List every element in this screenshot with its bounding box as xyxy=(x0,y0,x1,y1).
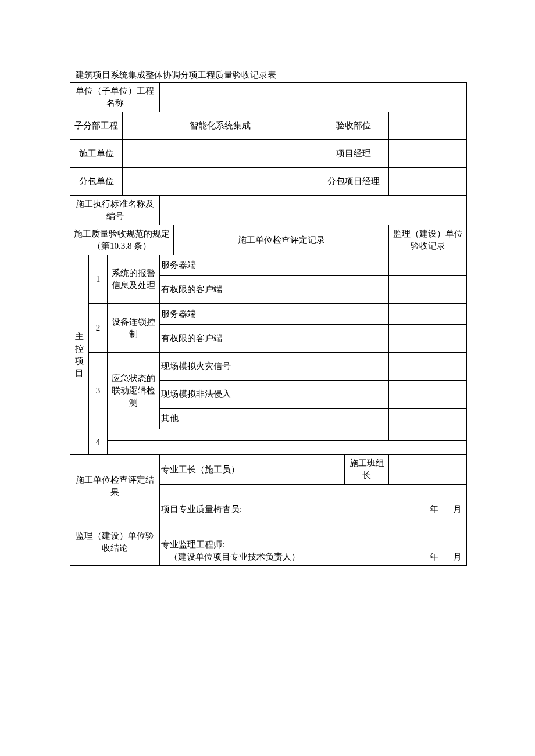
label-check-result: 施工单位检查评定结果 xyxy=(70,455,160,518)
row2-label: 设备连锁控制 xyxy=(108,304,160,353)
row1-a-accept xyxy=(389,255,467,276)
label-month-2: 月 xyxy=(441,551,462,563)
row3-b: 现场模拟非法侵入 xyxy=(160,381,241,409)
field-team-leader xyxy=(389,455,467,485)
field-subcontractor xyxy=(123,168,318,196)
row3-a: 现场模拟火灾信号 xyxy=(160,353,241,381)
row4-a xyxy=(108,429,241,441)
label-year-1: 年 xyxy=(418,503,438,515)
row2-b-accept xyxy=(389,325,467,353)
row1-b: 有权限的客户端 xyxy=(160,276,241,304)
document-title: 建筑项目系统集成整体协调分项工程质量验收记录表 xyxy=(70,70,465,81)
field-project-mgr xyxy=(389,140,467,168)
row1-a: 服务器端 xyxy=(160,255,241,276)
value-sub-division: 智能化系统集成 xyxy=(123,112,318,140)
label-supervisor-conclusion: 监理（建设）单位验收结论 xyxy=(70,518,160,566)
label-sub-project-mgr: 分包项目经理 xyxy=(318,168,389,196)
row3-num: 3 xyxy=(89,353,108,429)
row1-num: 1 xyxy=(89,255,108,304)
field-constructor xyxy=(123,140,318,168)
field-sub-project-mgr xyxy=(389,168,467,196)
label-year-2: 年 xyxy=(418,551,438,563)
label-supervisor-accept-record: 监理（建设）单位验收记录 xyxy=(389,225,467,255)
row4-num: 4 xyxy=(89,429,108,455)
label-constructor: 施工单位 xyxy=(70,140,123,168)
row1-a-check xyxy=(241,255,389,276)
quality-inspector-row: 项目专业质量椅杳员: 年 月 xyxy=(160,485,467,518)
row3-b-accept xyxy=(389,381,467,409)
row2-a-check xyxy=(241,304,389,325)
label-quality-inspector: 项目专业质量椅杳员: xyxy=(161,504,242,514)
row3-c: 其他 xyxy=(160,409,241,429)
label-subcontractor: 分包单位 xyxy=(70,168,123,196)
label-month-1: 月 xyxy=(441,503,462,515)
row1-b-accept xyxy=(389,276,467,304)
row3-a-accept xyxy=(389,353,467,381)
supervisor-sign-row: 专业监理工程师: （建设单位项目专业技术负责人） 年 月 xyxy=(160,518,467,566)
row3-label: 应急状态的联动逻辑检测 xyxy=(108,353,160,429)
label-sub-division: 子分部工程 xyxy=(70,112,123,140)
field-unit-name xyxy=(160,83,467,112)
label-project-mgr: 项目经理 xyxy=(318,140,389,168)
label-pro-supervisor: 专业监理工程师: xyxy=(161,539,465,551)
row4-a-check xyxy=(241,429,389,441)
row4-b xyxy=(108,441,467,455)
label-unit-name: 单位（子单位）工程名称 xyxy=(70,83,160,112)
row1-label: 系统的报警信息及处理 xyxy=(108,255,160,304)
row3-c-accept xyxy=(389,409,467,429)
row2-b: 有权限的客户端 xyxy=(160,325,241,353)
label-owner-tech-lead: （建设单位项目专业技术负责人） xyxy=(161,552,300,561)
acceptance-form-table: 单位（子单位）工程名称 子分部工程 智能化系统集成 验收部位 施工单位 项目经理… xyxy=(70,82,467,566)
row1-b-check xyxy=(241,276,389,304)
field-exec-std xyxy=(160,196,467,225)
row2-b-check xyxy=(241,325,389,353)
field-accept-part xyxy=(389,112,467,140)
label-constructor-check-record: 施工单位检查评定记录 xyxy=(174,225,389,255)
row2-a-accept xyxy=(389,304,467,325)
label-pro-foreman: 专业工长（施工员） xyxy=(160,455,241,485)
label-quality-spec: 施工质量验收规范的规定（第10.3.8 条） xyxy=(70,225,174,255)
row2-num: 2 xyxy=(89,304,108,353)
label-accept-part: 验收部位 xyxy=(318,112,389,140)
row3-a-check xyxy=(241,353,389,381)
row4-a-accept xyxy=(389,429,467,441)
label-team-leader: 施工班组长 xyxy=(345,455,389,485)
label-main-control: 主控项目 xyxy=(70,255,89,455)
row3-c-check xyxy=(241,409,389,429)
row2-a: 服务器端 xyxy=(160,304,241,325)
row3-b-check xyxy=(241,381,389,409)
field-pro-foreman xyxy=(241,455,345,485)
label-exec-std: 施工执行标准名称及编号 xyxy=(70,196,160,225)
